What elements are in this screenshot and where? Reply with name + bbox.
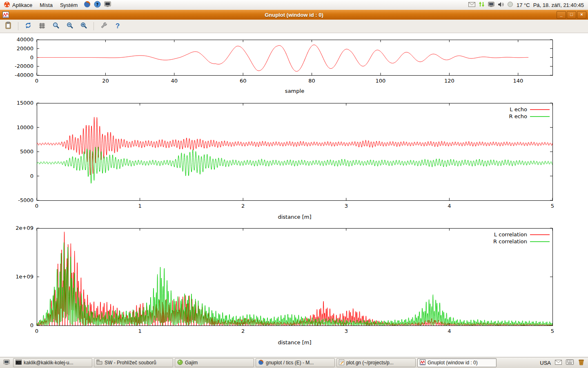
ubuntu-logo-icon [4,1,10,9]
svg-text:100: 100 [376,78,386,84]
firefox-launcher-icon[interactable] [84,1,91,9]
svg-text:1: 1 [138,203,141,209]
zoom-fit-button[interactable] [51,21,61,31]
keyboard-icon[interactable] [566,359,574,366]
screenshot-launcher-icon[interactable] [104,1,111,9]
svg-text:140: 140 [513,78,523,84]
svg-text:?: ? [96,2,99,7]
volume-tray-icon[interactable] [498,2,504,9]
svg-text:5: 5 [551,203,554,209]
taskbar-item-label: Gnuplot (window id : 0) [428,360,478,366]
plot-canvas[interactable]: 020406080100120140-40000-200000200004000… [0,33,588,357]
svg-text:3: 3 [345,203,348,209]
svg-text:R echo: R echo [509,113,527,119]
svg-text:>_: >_ [16,361,20,364]
taskbar-item-file-manager[interactable]: SW - Prohlížeč souborů [94,358,173,367]
show-desktop-icon [3,359,10,366]
taskbar-item-label: gnuplot / tics (E) - M... [266,360,314,366]
firefox-icon [258,359,264,366]
taskbar-right: USA [540,359,586,367]
help-button[interactable]: ? [113,21,122,31]
svg-text:60: 60 [240,78,247,84]
toolbar-separator [18,22,18,30]
wrench-icon [100,22,107,31]
grid-button[interactable] [37,21,47,31]
menu-applications[interactable]: Aplikace [0,0,36,10]
taskbar-item-editor[interactable]: plot.gn (~/projects/p... [336,358,416,367]
svg-text:-20000: -20000 [15,63,33,69]
taskbar-item-terminal[interactable]: >_ kaklik@kaklik-kolej-u... [13,358,92,367]
svg-text:3: 3 [345,328,348,334]
zoom-in-button[interactable] [79,21,89,31]
close-button[interactable]: × [577,11,586,19]
svg-text:2e+09: 2e+09 [16,225,33,231]
svg-text:40000: 40000 [17,36,33,43]
svg-text:4: 4 [448,328,451,334]
taskbar: >_ kaklik@kaklik-kolej-u... SW - Prohlíž… [0,357,588,368]
trash-icon[interactable] [578,359,585,367]
toolbar-separator [94,22,94,30]
zoom-out-icon [66,22,74,31]
svg-text:15000: 15000 [17,100,33,106]
taskbar-item-label: plot.gn (~/projects/p... [346,360,394,366]
help-launcher-icon[interactable]: ? [94,1,101,9]
update-notifier-icon[interactable] [479,1,485,9]
svg-text:sample: sample [285,88,304,94]
svg-text:20: 20 [102,78,109,84]
maximize-button[interactable]: □ [567,11,576,19]
menu-places[interactable]: Místa [36,0,56,10]
desktop: Aplikace Místa Systém ? [0,0,588,368]
svg-text:0: 0 [35,328,38,334]
show-desktop-button[interactable] [2,359,11,367]
gnuplot-toolbar: ? [0,20,588,33]
svg-text:L correlation: L correlation [494,231,527,238]
window-title: Gnuplot (window id : 0) [0,12,588,18]
taskbar-item-gnuplot[interactable]: Gnuplot (window id : 0) [417,358,497,367]
svg-text:0: 0 [30,322,33,328]
mail-applet-icon[interactable] [555,360,562,366]
zoom-out-button[interactable] [65,21,75,31]
svg-text:40: 40 [171,78,178,84]
svg-text:R correlation: R correlation [493,238,527,245]
svg-text:0: 0 [35,203,38,209]
weather-tray-icon[interactable] [507,1,513,9]
clock-label[interactable]: Pá, 18. září, 21:40:45 [533,2,584,8]
paste-button[interactable] [3,21,13,31]
file-manager-icon [96,359,102,366]
keyboard-layout-indicator[interactable]: USA [540,360,551,366]
settings-button[interactable] [99,21,109,31]
taskbar-item-gajim[interactable]: Gajim [175,358,254,367]
help-icon: ? [116,22,120,30]
zoom-in-icon [80,22,87,31]
gnuplot-icon [420,359,425,366]
svg-text:0: 0 [30,173,33,179]
display-tray-icon[interactable] [488,2,494,9]
svg-text:20000: 20000 [17,45,33,52]
gajim-icon [177,359,183,366]
panel-tray: 17 °C Pá, 18. září, 21:40:45 [468,1,588,9]
window-controls: _ □ × [557,11,588,19]
svg-text:120: 120 [444,78,454,84]
paste-icon [4,22,12,31]
svg-text:0: 0 [35,78,38,84]
window-titlebar[interactable]: Gnuplot (window id : 0) _ □ × [0,10,588,20]
menu-applications-label: Aplikace [12,2,32,8]
mail-tray-icon[interactable] [468,2,475,8]
taskbar-item-label: Gajim [185,360,198,366]
svg-text:1: 1 [138,328,141,334]
minimize-button[interactable]: _ [557,11,566,19]
menu-system-label: Systém [60,2,78,8]
menu-system[interactable]: Systém [56,0,81,10]
svg-text:4: 4 [448,203,451,209]
svg-text:2: 2 [241,203,245,209]
svg-text:distance [m]: distance [m] [278,339,311,346]
svg-text:2: 2 [241,328,245,334]
gnuplot-window-icon [2,11,9,18]
svg-text:-5000: -5000 [18,197,33,203]
taskbar-item-firefox[interactable]: gnuplot / tics (E) - M... [256,358,335,367]
temperature-label[interactable]: 17 °C [517,2,530,8]
taskbar-item-label: kaklik@kaklik-kolej-u... [24,360,74,366]
svg-text:-40000: -40000 [15,72,33,78]
text-editor-icon [339,359,344,366]
refresh-button[interactable] [23,21,33,31]
